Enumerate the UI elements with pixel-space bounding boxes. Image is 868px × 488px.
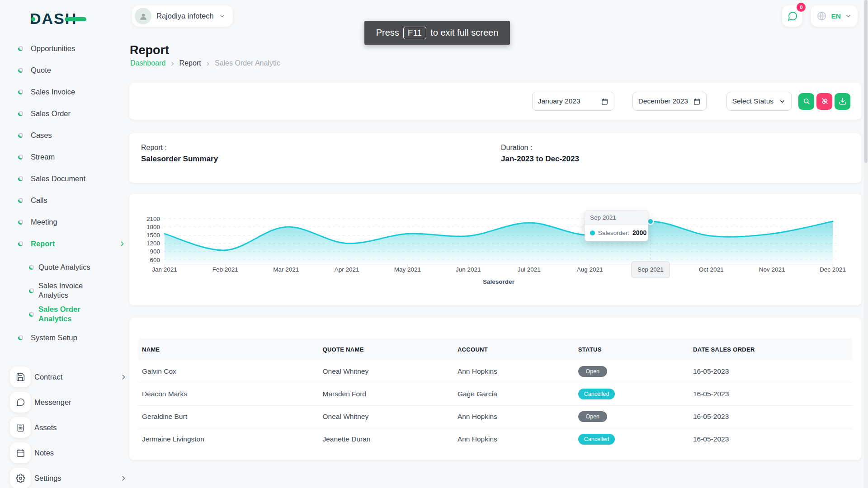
settings-icon (10, 468, 31, 488)
cell-name: Geraldine Burt (138, 405, 319, 428)
cell-status: Open (575, 405, 689, 428)
chart-tooltip: Sep 2021 Salesorder: 2000 (585, 211, 648, 241)
sidebar-item-assets[interactable]: Assets (0, 415, 130, 440)
sidebar-item-meeting[interactable]: Meeting (0, 211, 130, 233)
cell-status: Open (575, 360, 689, 383)
sidebar-item-cases[interactable]: Cases (0, 124, 130, 146)
download-button[interactable] (835, 93, 850, 110)
sidebar-item-sales-document[interactable]: Sales Document (0, 168, 130, 189)
user-icon (138, 11, 148, 21)
sidebar-item-sales-invoice-analytics[interactable]: Sales Invoice Analytics (0, 280, 130, 301)
svg-text:Jul 2021: Jul 2021 (518, 266, 541, 273)
cell-account: Ann Hopkins (454, 428, 575, 450)
breadcrumb-separator: › (171, 60, 174, 67)
column-header-quote-name: QUOTE NAME (319, 338, 453, 360)
column-header-status: STATUS (575, 338, 689, 360)
end-date-input[interactable]: December 2023 (632, 92, 707, 111)
search-button[interactable] (798, 93, 814, 110)
tooltip-value: 2000 (632, 229, 646, 236)
sidebar-item-system-setup[interactable]: System Setup (0, 327, 130, 348)
sidebar-item-label: Sales Invoice Analytics (38, 281, 108, 300)
svg-text:1200: 1200 (146, 240, 160, 247)
sidebar-item-sales-invoice[interactable]: Sales Invoice (0, 81, 130, 103)
start-date-input[interactable]: January 2023 (532, 92, 614, 111)
sidebar-item-label: Settings (34, 474, 61, 483)
sidebar-item-notes[interactable]: Notes (0, 440, 130, 465)
bullet-icon (18, 335, 23, 340)
language-selector[interactable]: EN (811, 5, 858, 27)
sidebar-item-label: Report (31, 239, 55, 249)
topbar-actions: 0 EN (782, 5, 858, 27)
sidebar-item-label: Quote (31, 66, 51, 75)
svg-text:Sep 2021: Sep 2021 (637, 266, 664, 273)
assets-icon (10, 417, 31, 438)
workspace-selector[interactable]: Rajodiya infotech (132, 5, 233, 27)
notes-icon (10, 442, 31, 463)
calendar-icon (601, 98, 609, 105)
salesorder-area-chart[interactable]: 2100180015001200900600Jan 2021Feb 2021Ma… (143, 212, 848, 287)
contract-icon (10, 366, 31, 387)
bullet-icon (18, 111, 23, 116)
table-row[interactable]: Geraldine BurtOneal WhitneyAnn HopkinsOp… (138, 405, 852, 428)
cell-date: 16-05-2023 (689, 360, 852, 383)
table-row[interactable]: Jermaine LivingstonJeanette DuranAnn Hop… (138, 428, 852, 450)
scrollbar-thumb[interactable] (864, 0, 868, 163)
sidebar-item-sales-order-analytics[interactable]: Sales Order Analytics (0, 303, 130, 325)
cell-name: Deacon Marks (138, 383, 319, 405)
app-logo[interactable]: DASH (30, 10, 98, 28)
page-title: Report (130, 43, 169, 57)
sidebar-item-label: Stream (31, 152, 55, 162)
filter-card: January 2023 December 2023 Select Status (129, 83, 861, 120)
column-header-account: ACCOUNT (454, 338, 575, 360)
sidebar-item-settings[interactable]: Settings (0, 465, 130, 488)
chevron-down-icon (845, 13, 852, 19)
table-row[interactable]: Galvin CoxOneal WhitneyAnn HopkinsOpen16… (138, 360, 852, 383)
sidebar-item-quote-analytics[interactable]: Quote Analytics (0, 256, 130, 278)
sidebar-item-label: Quote Analytics (38, 263, 90, 272)
fullscreen-toast: Press F11 to exit full screen (364, 21, 510, 45)
sidebar-item-label: Meeting (31, 217, 57, 227)
bullet-icon (18, 89, 23, 94)
sidebar-item-calls[interactable]: Calls (0, 189, 130, 211)
sidebar-item-report[interactable]: Report (0, 233, 130, 254)
sidebar-item-messenger[interactable]: Messenger (0, 389, 130, 415)
status-select-value: Select Status (732, 97, 774, 105)
breadcrumb-item-dashboard[interactable]: Dashboard (130, 59, 165, 67)
report-summary: Report : Salesorder Summary (141, 144, 218, 164)
cell-account: Ann Hopkins (454, 360, 575, 383)
report-summary-card: Report : Salesorder Summary Duration : J… (129, 133, 861, 183)
svg-text:Feb 2021: Feb 2021 (212, 266, 238, 273)
logo-accent-dash (65, 17, 86, 21)
search-icon (802, 97, 811, 105)
cell-quote-name: Marsden Ford (319, 383, 453, 405)
clear-filter-button[interactable] (816, 93, 832, 110)
sidebar-item-stream[interactable]: Stream (0, 146, 130, 168)
scrollbar[interactable] (864, 0, 868, 488)
sidebar-item-sales-order[interactable]: Sales Order (0, 103, 130, 124)
breadcrumb: Dashboard›Report›Sales Order Analytic (130, 59, 280, 67)
bullet-icon (29, 288, 34, 293)
sidebar-item-label: System Setup (31, 333, 77, 343)
table-row[interactable]: Deacon MarksMarsden FordGage GarciaCance… (138, 383, 852, 405)
svg-text:Jun 2021: Jun 2021 (456, 266, 481, 273)
end-date-value: December 2023 (638, 97, 688, 105)
svg-text:600: 600 (150, 257, 160, 263)
status-badge: Open (578, 366, 607, 377)
sidebar-item-opportunities[interactable]: Opportunities (0, 38, 130, 59)
breadcrumb-item-report: Report (179, 59, 201, 67)
status-badge: Cancelled (578, 434, 615, 445)
cell-date: 16-05-2023 (689, 405, 852, 428)
calendar-icon (693, 98, 701, 105)
svg-text:Mar 2021: Mar 2021 (273, 266, 299, 273)
sidebar-item-quote[interactable]: Quote (0, 59, 130, 81)
sidebar-item-label: Sales Invoice (31, 87, 75, 97)
sidebar-item-contract[interactable]: Contract (0, 364, 130, 389)
svg-text:2100: 2100 (146, 216, 160, 222)
bullet-icon (29, 265, 34, 270)
status-select[interactable]: Select Status (726, 92, 792, 111)
messenger-button[interactable]: 0 (782, 5, 802, 27)
svg-text:Jan 2021: Jan 2021 (152, 266, 177, 273)
cell-account: Ann Hopkins (454, 405, 575, 428)
cell-date: 16-05-2023 (689, 428, 852, 450)
svg-text:1500: 1500 (146, 232, 160, 239)
